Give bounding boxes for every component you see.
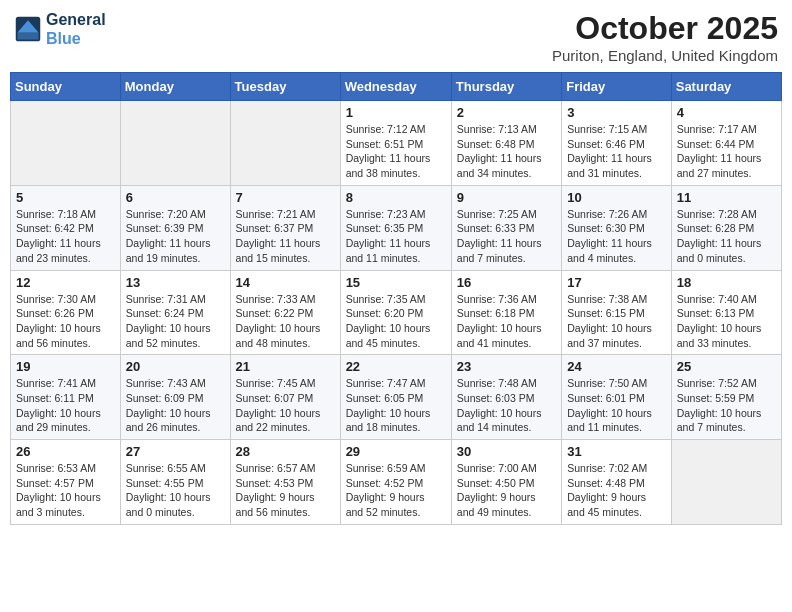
day-number: 9 [457,190,556,205]
title-block: October 2025 Puriton, England, United Ki… [552,10,778,64]
week-row-5: 26Sunrise: 6:53 AM Sunset: 4:57 PM Dayli… [11,440,782,525]
calendar-cell: 14Sunrise: 7:33 AM Sunset: 6:22 PM Dayli… [230,270,340,355]
day-info: Sunrise: 7:52 AM Sunset: 5:59 PM Dayligh… [677,376,776,435]
day-info: Sunrise: 7:02 AM Sunset: 4:48 PM Dayligh… [567,461,666,520]
day-number: 26 [16,444,115,459]
day-info: Sunrise: 7:20 AM Sunset: 6:39 PM Dayligh… [126,207,225,266]
day-number: 28 [236,444,335,459]
calendar-cell: 16Sunrise: 7:36 AM Sunset: 6:18 PM Dayli… [451,270,561,355]
svg-rect-2 [18,33,39,40]
day-info: Sunrise: 7:48 AM Sunset: 6:03 PM Dayligh… [457,376,556,435]
calendar-cell: 12Sunrise: 7:30 AM Sunset: 6:26 PM Dayli… [11,270,121,355]
day-number: 1 [346,105,446,120]
week-row-4: 19Sunrise: 7:41 AM Sunset: 6:11 PM Dayli… [11,355,782,440]
calendar-cell: 13Sunrise: 7:31 AM Sunset: 6:24 PM Dayli… [120,270,230,355]
day-info: Sunrise: 7:35 AM Sunset: 6:20 PM Dayligh… [346,292,446,351]
day-info: Sunrise: 7:36 AM Sunset: 6:18 PM Dayligh… [457,292,556,351]
day-number: 3 [567,105,666,120]
calendar-cell: 9Sunrise: 7:25 AM Sunset: 6:33 PM Daylig… [451,185,561,270]
weekday-header-thursday: Thursday [451,73,561,101]
calendar-cell: 21Sunrise: 7:45 AM Sunset: 6:07 PM Dayli… [230,355,340,440]
day-number: 29 [346,444,446,459]
weekday-header-tuesday: Tuesday [230,73,340,101]
day-number: 15 [346,275,446,290]
calendar-cell [120,101,230,186]
week-row-2: 5Sunrise: 7:18 AM Sunset: 6:42 PM Daylig… [11,185,782,270]
logo-text: General Blue [46,10,106,48]
day-info: Sunrise: 6:55 AM Sunset: 4:55 PM Dayligh… [126,461,225,520]
weekday-header-monday: Monday [120,73,230,101]
logo: General Blue [14,10,106,48]
calendar-cell: 24Sunrise: 7:50 AM Sunset: 6:01 PM Dayli… [562,355,672,440]
day-number: 13 [126,275,225,290]
calendar-cell: 23Sunrise: 7:48 AM Sunset: 6:03 PM Dayli… [451,355,561,440]
calendar-cell [11,101,121,186]
calendar-cell: 19Sunrise: 7:41 AM Sunset: 6:11 PM Dayli… [11,355,121,440]
weekday-header-row: SundayMondayTuesdayWednesdayThursdayFrid… [11,73,782,101]
calendar-cell: 15Sunrise: 7:35 AM Sunset: 6:20 PM Dayli… [340,270,451,355]
day-info: Sunrise: 7:30 AM Sunset: 6:26 PM Dayligh… [16,292,115,351]
day-info: Sunrise: 7:17 AM Sunset: 6:44 PM Dayligh… [677,122,776,181]
day-info: Sunrise: 7:25 AM Sunset: 6:33 PM Dayligh… [457,207,556,266]
day-number: 16 [457,275,556,290]
calendar-cell: 1Sunrise: 7:12 AM Sunset: 6:51 PM Daylig… [340,101,451,186]
calendar-cell: 18Sunrise: 7:40 AM Sunset: 6:13 PM Dayli… [671,270,781,355]
calendar-cell: 8Sunrise: 7:23 AM Sunset: 6:35 PM Daylig… [340,185,451,270]
day-number: 21 [236,359,335,374]
calendar-cell: 5Sunrise: 7:18 AM Sunset: 6:42 PM Daylig… [11,185,121,270]
day-number: 7 [236,190,335,205]
calendar-cell: 27Sunrise: 6:55 AM Sunset: 4:55 PM Dayli… [120,440,230,525]
day-number: 31 [567,444,666,459]
day-number: 27 [126,444,225,459]
day-info: Sunrise: 7:40 AM Sunset: 6:13 PM Dayligh… [677,292,776,351]
day-number: 17 [567,275,666,290]
calendar-cell: 29Sunrise: 6:59 AM Sunset: 4:52 PM Dayli… [340,440,451,525]
day-info: Sunrise: 7:13 AM Sunset: 6:48 PM Dayligh… [457,122,556,181]
calendar-cell: 7Sunrise: 7:21 AM Sunset: 6:37 PM Daylig… [230,185,340,270]
day-info: Sunrise: 7:28 AM Sunset: 6:28 PM Dayligh… [677,207,776,266]
calendar-cell: 11Sunrise: 7:28 AM Sunset: 6:28 PM Dayli… [671,185,781,270]
calendar-cell [230,101,340,186]
day-number: 14 [236,275,335,290]
day-info: Sunrise: 7:00 AM Sunset: 4:50 PM Dayligh… [457,461,556,520]
day-number: 5 [16,190,115,205]
week-row-3: 12Sunrise: 7:30 AM Sunset: 6:26 PM Dayli… [11,270,782,355]
week-row-1: 1Sunrise: 7:12 AM Sunset: 6:51 PM Daylig… [11,101,782,186]
page-header: General Blue October 2025 Puriton, Engla… [10,10,782,64]
day-info: Sunrise: 7:31 AM Sunset: 6:24 PM Dayligh… [126,292,225,351]
day-number: 10 [567,190,666,205]
calendar-cell: 4Sunrise: 7:17 AM Sunset: 6:44 PM Daylig… [671,101,781,186]
calendar-cell [671,440,781,525]
location: Puriton, England, United Kingdom [552,47,778,64]
logo-icon [14,15,42,43]
calendar-cell: 10Sunrise: 7:26 AM Sunset: 6:30 PM Dayli… [562,185,672,270]
calendar-cell: 28Sunrise: 6:57 AM Sunset: 4:53 PM Dayli… [230,440,340,525]
day-info: Sunrise: 6:57 AM Sunset: 4:53 PM Dayligh… [236,461,335,520]
weekday-header-sunday: Sunday [11,73,121,101]
day-info: Sunrise: 7:12 AM Sunset: 6:51 PM Dayligh… [346,122,446,181]
day-info: Sunrise: 7:15 AM Sunset: 6:46 PM Dayligh… [567,122,666,181]
day-number: 24 [567,359,666,374]
calendar-table: SundayMondayTuesdayWednesdayThursdayFrid… [10,72,782,525]
day-number: 8 [346,190,446,205]
day-number: 12 [16,275,115,290]
day-number: 11 [677,190,776,205]
day-info: Sunrise: 7:43 AM Sunset: 6:09 PM Dayligh… [126,376,225,435]
weekday-header-friday: Friday [562,73,672,101]
calendar-cell: 17Sunrise: 7:38 AM Sunset: 6:15 PM Dayli… [562,270,672,355]
day-info: Sunrise: 6:53 AM Sunset: 4:57 PM Dayligh… [16,461,115,520]
calendar-cell: 3Sunrise: 7:15 AM Sunset: 6:46 PM Daylig… [562,101,672,186]
day-number: 20 [126,359,225,374]
day-info: Sunrise: 7:45 AM Sunset: 6:07 PM Dayligh… [236,376,335,435]
day-info: Sunrise: 7:47 AM Sunset: 6:05 PM Dayligh… [346,376,446,435]
day-number: 6 [126,190,225,205]
day-info: Sunrise: 7:21 AM Sunset: 6:37 PM Dayligh… [236,207,335,266]
day-number: 2 [457,105,556,120]
day-info: Sunrise: 6:59 AM Sunset: 4:52 PM Dayligh… [346,461,446,520]
day-number: 18 [677,275,776,290]
day-number: 30 [457,444,556,459]
day-info: Sunrise: 7:18 AM Sunset: 6:42 PM Dayligh… [16,207,115,266]
calendar-cell: 20Sunrise: 7:43 AM Sunset: 6:09 PM Dayli… [120,355,230,440]
calendar-cell: 2Sunrise: 7:13 AM Sunset: 6:48 PM Daylig… [451,101,561,186]
calendar-cell: 30Sunrise: 7:00 AM Sunset: 4:50 PM Dayli… [451,440,561,525]
